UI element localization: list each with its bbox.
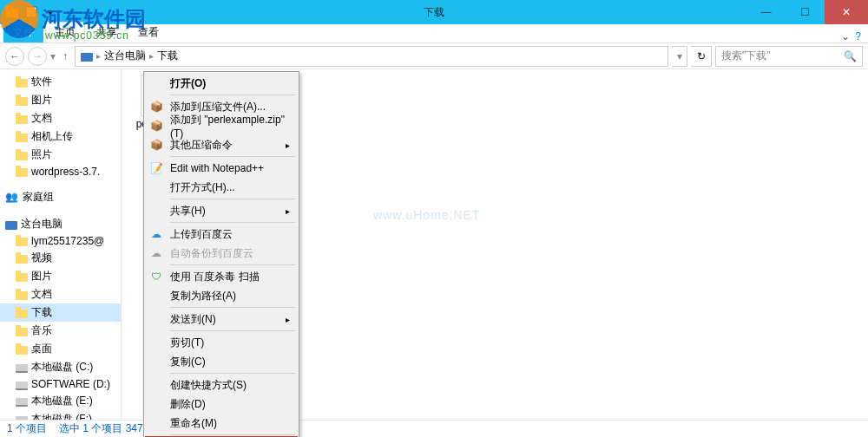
submenu-arrow-icon: ▸ [286,140,290,150]
menu-cut[interactable]: 剪切(T) [146,333,297,352]
drive-icon [16,398,28,407]
shield-icon: 🛡 [149,270,163,284]
qat-properties-icon[interactable] [24,5,38,19]
folder-icon [16,346,28,355]
tree-item[interactable]: 软件 [0,73,121,91]
archive-icon: 📦 [149,100,163,114]
search-input[interactable]: 搜索"下载" 🔍 [715,46,863,67]
menu-open-with[interactable]: 打开方式(H)... [146,178,297,197]
tree-item[interactable]: lym25517235@ [0,233,121,249]
minimize-button[interactable]: — [746,0,786,24]
maximize-button[interactable]: ☐ [786,0,825,24]
menu-send-to[interactable]: 发送到(N)▸ [146,310,297,329]
tree-item[interactable]: 桌面 [0,340,121,358]
app-icon [5,5,19,19]
refresh-button[interactable]: ↻ [691,46,712,67]
folder-icon [16,115,28,124]
tree-item[interactable]: 本地磁盘 (F:) [0,410,121,420]
submenu-arrow-icon: ▸ [286,315,290,324]
folder-icon [16,255,28,264]
status-bar: 1 个项目 选中 1 个项目 347 KB [0,420,868,437]
tree-item[interactable]: 视频 [0,249,121,267]
tree-item[interactable]: 图片 [0,91,121,109]
pc-icon [5,221,17,230]
window-title: 下载 [424,5,444,20]
nav-recent-icon[interactable]: ▾ [50,50,56,62]
tree-thispc[interactable]: 这台电脑 [0,215,121,233]
chevron-right-icon: ▸ [149,51,154,61]
folder-icon [16,238,28,246]
tree-item[interactable]: 图片 [0,267,121,285]
svg-rect-1 [6,6,12,9]
tree-item[interactable]: wordpress-3.7. [0,164,121,179]
tree-item[interactable]: 文档 [0,109,121,127]
menu-edit-notepadpp[interactable]: 📝Edit with Notepad++ [146,159,297,178]
archive-icon: 📦 [149,119,163,133]
folder-icon [16,168,28,177]
drive-icon [16,364,28,373]
drive-icon [16,416,28,420]
folder-icon [16,79,28,88]
cloud-upload-icon: ☁ [149,227,163,241]
nav-tree[interactable]: 软件图片文档相机上传照片wordpress-3.7. 👥家庭组 这台电脑 lym… [0,69,122,420]
homegroup-icon: 👥 [5,191,19,205]
window-titlebar: ▾ ｜ 下载 — ☐ ✕ [0,0,868,24]
drive-icon [16,382,28,390]
qat-separator: ｜ [62,5,73,20]
tab-view[interactable]: 查看 [128,22,168,42]
folder-icon [16,273,28,282]
svg-rect-0 [6,9,18,17]
tree-homegroup[interactable]: 👥家庭组 [0,188,121,206]
watermark-center: www.uHome.NET [373,208,480,222]
menu-create-shortcut[interactable]: 创建快捷方式(S) [146,375,297,395]
tab-share[interactable]: 共享 [87,22,127,42]
menu-share[interactable]: 共享(H)▸ [146,201,297,220]
tree-item[interactable]: 文档 [0,285,121,303]
nav-up-button[interactable]: ↑ [59,50,71,62]
qat-dropdown-icon[interactable]: ▾ [43,5,57,19]
submenu-arrow-icon: ▸ [286,206,290,216]
breadcrumb-dropdown-icon[interactable]: ▾ [672,46,687,67]
tree-item[interactable]: 本地磁盘 (C:) [0,358,121,376]
menu-baidu-scan[interactable]: 🛡使用 百度杀毒 扫描 [146,267,297,286]
breadcrumb-seg-thispc[interactable]: 这台电脑 [104,49,146,63]
breadcrumb-pc-icon [81,53,93,62]
folder-icon [16,310,28,318]
close-button[interactable]: ✕ [825,0,868,24]
archive-icon: 📦 [149,138,163,152]
ribbon-expand-icon[interactable]: ⌄ [841,30,850,42]
nav-forward-button[interactable]: → [28,47,47,66]
folder-icon [16,152,28,160]
menu-copy-path[interactable]: 复制为路径(A) [146,286,297,305]
menu-open[interactable]: 打开(O) [146,74,297,93]
tree-item[interactable]: 音乐 [0,322,121,340]
folder-icon [16,134,28,142]
nav-back-button[interactable]: ← [5,47,24,66]
tab-file[interactable]: 文件 [3,22,43,42]
menu-rename[interactable]: 重命名(M) [146,414,297,433]
breadcrumb-seg-downloads[interactable]: 下载 [157,49,178,63]
help-icon[interactable]: ? [855,30,861,42]
menu-copy[interactable]: 复制(C) [146,352,297,371]
context-menu: 打开(O) 📦添加到压缩文件(A)... 📦添加到 "perlexample.z… [143,71,299,437]
tree-item[interactable]: 相机上传 [0,127,121,146]
svg-rect-2 [26,7,36,17]
menu-add-zip[interactable]: 📦添加到 "perlexample.zip"(T) [146,116,297,135]
folder-icon [16,328,28,336]
breadcrumb[interactable]: ▸ 这台电脑 ▸ 下载 [75,46,668,67]
search-placeholder: 搜索"下载" [721,49,771,63]
menu-upload-baidu[interactable]: ☁上传到百度云 [146,225,297,244]
menu-auto-backup: ☁自动备份到百度云 [146,244,297,263]
status-item-count: 1 个项目 [7,421,47,436]
folder-icon [16,97,28,106]
cloud-sync-icon: ☁ [149,246,163,260]
tree-item[interactable]: SOFTWARE (D:) [0,376,121,392]
menu-delete[interactable]: 删除(D) [146,395,297,414]
address-bar: ← → ▾ ↑ ▸ 这台电脑 ▸ 下载 ▾ ↻ 搜索"下载" 🔍 [0,43,868,69]
tree-item[interactable]: 照片 [0,146,121,164]
ribbon-tabs: 文件 主页 共享 查看 ⌄ ? [0,24,868,43]
tree-item[interactable]: 本地磁盘 (E:) [0,392,121,410]
tree-item[interactable]: 下载 [0,303,121,322]
tab-home[interactable]: 主页 [45,22,85,42]
menu-other-compress[interactable]: 📦其他压缩命令▸ [146,135,297,154]
